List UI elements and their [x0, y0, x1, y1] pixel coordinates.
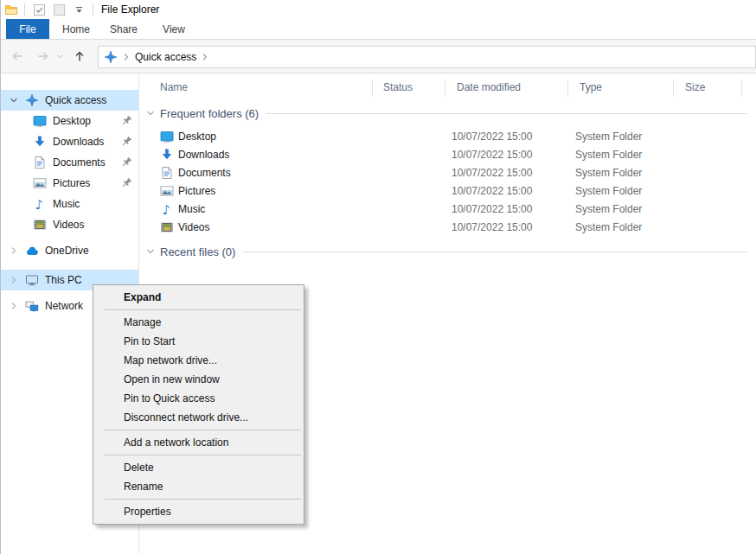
chevron-down-icon[interactable]	[145, 246, 156, 257]
breadcrumb-chevron-icon[interactable]	[200, 52, 210, 62]
column-divider[interactable]	[567, 80, 568, 97]
tab-home[interactable]: Home	[57, 19, 95, 39]
network-icon	[25, 299, 39, 313]
up-button[interactable]	[72, 48, 87, 64]
tab-share[interactable]: Share	[103, 19, 144, 39]
context-menu: Expand Manage Pin to Start Map network d…	[93, 284, 304, 525]
chevron-down-icon	[55, 52, 65, 61]
recent-locations-button[interactable]	[54, 48, 65, 64]
menu-item-delete[interactable]: Delete	[93, 458, 304, 477]
forward-button[interactable]	[35, 48, 51, 64]
pin-icon	[120, 177, 132, 189]
file-explorer-logo-icon	[4, 3, 18, 16]
column-header-status[interactable]: Status	[383, 81, 413, 93]
chevron-right-icon[interactable]	[9, 275, 19, 285]
titlebar-separator	[93, 3, 93, 16]
file-row-videos[interactable]: Videos 10/07/2022 15:00 System Folder	[139, 219, 756, 237]
this-pc-icon	[25, 273, 39, 287]
menu-item-rename[interactable]: Rename	[93, 477, 304, 496]
column-header-row: Name Status Date modified Type Size	[139, 78, 756, 99]
ribbon-tab-row: File Home Share View	[1, 19, 756, 40]
onedrive-cloud-icon	[25, 244, 39, 258]
window-title: File Explorer	[101, 3, 159, 16]
sidebar-item-pictures[interactable]: Pictures	[1, 173, 138, 194]
group-header-rule	[266, 113, 747, 114]
chevron-right-icon[interactable]	[9, 301, 19, 311]
menu-item-pin-to-quick-access[interactable]: Pin to Quick access	[93, 389, 304, 408]
file-row-documents[interactable]: Documents 10/07/2022 15:00 System Folder	[139, 164, 756, 182]
column-divider[interactable]	[372, 80, 373, 97]
column-divider[interactable]	[445, 80, 445, 97]
downloads-icon	[160, 148, 174, 162]
address-bar[interactable]: Quick access	[98, 46, 756, 68]
group-header-frequent-folders[interactable]: Frequent folders (6)	[139, 105, 756, 122]
column-header-type[interactable]: Type	[580, 81, 602, 93]
quick-access-star-icon	[25, 93, 39, 107]
sidebar-item-documents[interactable]: Documents	[1, 152, 138, 173]
arrow-left-icon	[10, 49, 24, 63]
menu-separator	[105, 455, 301, 455]
file-row-music[interactable]: Music 10/07/2022 15:00 System Folder	[139, 201, 756, 219]
sidebar-item-videos[interactable]: Videos	[1, 214, 138, 235]
titlebar-separator	[24, 3, 25, 16]
pin-icon	[120, 136, 132, 148]
menu-separator	[105, 499, 301, 500]
pin-icon	[120, 115, 132, 127]
column-header-name[interactable]: Name	[160, 81, 188, 93]
music-icon	[160, 202, 174, 216]
group-header-rule	[243, 252, 747, 252]
column-header-size[interactable]: Size	[685, 81, 705, 93]
menu-item-pin-to-start[interactable]: Pin to Start	[93, 332, 304, 351]
music-icon	[33, 197, 47, 211]
breadcrumb-item[interactable]: Quick access	[135, 51, 196, 63]
sidebar-item-quick-access[interactable]: Quick access	[1, 90, 138, 111]
sidebar-item-downloads[interactable]: Downloads	[1, 131, 138, 152]
menu-item-properties[interactable]: Properties	[93, 502, 304, 521]
qat-checkbox-icon[interactable]	[31, 2, 47, 17]
pictures-icon	[160, 184, 174, 198]
menu-separator	[105, 309, 301, 310]
breadcrumb-chevron-icon[interactable]	[121, 52, 131, 62]
arrow-up-icon	[73, 49, 86, 63]
pictures-icon	[33, 176, 47, 190]
title-bar: File Explorer	[1, 0, 756, 19]
qat-blank-icon[interactable]	[51, 2, 67, 17]
pin-icon	[120, 156, 132, 169]
tab-file[interactable]: File	[6, 19, 49, 39]
chevron-down-icon[interactable]	[9, 95, 19, 105]
documents-icon	[160, 166, 174, 180]
menu-item-manage[interactable]: Manage	[93, 313, 304, 332]
menu-separator	[105, 430, 301, 430]
sidebar-item-desktop[interactable]: Desktop	[1, 111, 138, 131]
file-row-desktop[interactable]: Desktop 10/07/2022 15:00 System Folder	[139, 128, 756, 146]
desktop-icon	[33, 114, 47, 128]
menu-item-add-a-network-location[interactable]: Add a network location	[93, 433, 304, 452]
sidebar-item-onedrive[interactable]: OneDrive	[1, 240, 138, 261]
menu-item-expand[interactable]: Expand	[93, 288, 304, 307]
menu-item-map-network-drive[interactable]: Map network drive...	[93, 351, 304, 370]
back-button[interactable]	[10, 48, 25, 64]
videos-icon	[33, 218, 47, 232]
chevron-right-icon[interactable]	[9, 245, 19, 256]
documents-icon	[33, 156, 47, 169]
menu-item-open-in-new-window[interactable]: Open in new window	[93, 370, 304, 389]
desktop-icon	[160, 130, 174, 143]
tab-view[interactable]: View	[155, 19, 193, 39]
quick-access-star-icon	[104, 50, 118, 64]
videos-icon	[160, 220, 174, 234]
chevron-down-icon[interactable]	[145, 108, 156, 118]
column-divider[interactable]	[673, 80, 674, 97]
navigation-toolbar: Quick access	[1, 40, 756, 73]
sidebar-item-music[interactable]: Music	[1, 194, 138, 214]
column-divider[interactable]	[741, 80, 742, 97]
file-row-pictures[interactable]: Pictures 10/07/2022 15:00 System Folder	[139, 182, 756, 201]
column-header-date-modified[interactable]: Date modified	[457, 81, 521, 93]
group-header-recent-files[interactable]: Recent files (0)	[139, 243, 756, 260]
customize-quick-access-toolbar-button[interactable]	[71, 2, 86, 17]
downloads-icon	[33, 135, 47, 149]
menu-item-disconnect-network-drive[interactable]: Disconnect network drive...	[93, 408, 304, 427]
file-row-downloads[interactable]: Downloads 10/07/2022 15:00 System Folder	[139, 146, 756, 164]
arrow-right-icon	[36, 49, 50, 63]
